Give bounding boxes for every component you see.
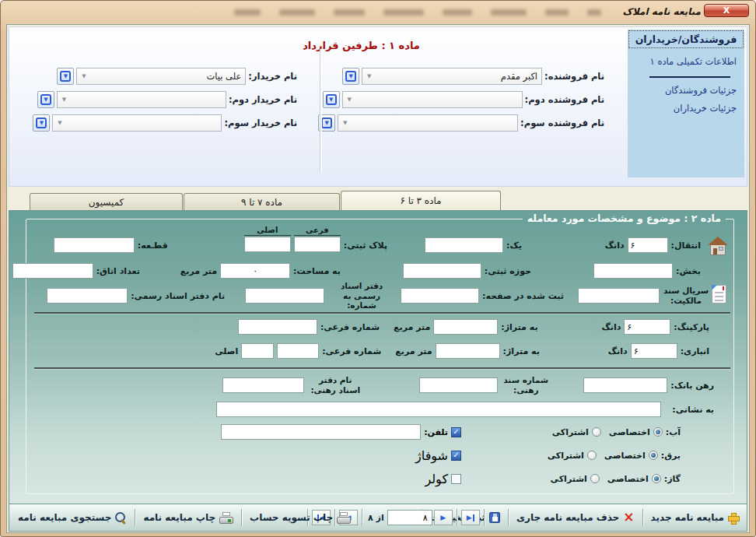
search-icon xyxy=(115,512,127,524)
plate-main-input[interactable] xyxy=(244,237,291,252)
rooms-input[interactable] xyxy=(12,263,93,279)
buyer1-combobox[interactable]: علی بیات xyxy=(76,68,246,85)
chevron-down-icon[interactable] xyxy=(343,92,356,107)
electricity-private-label: اختصاصی xyxy=(604,451,646,461)
seller2-combobox[interactable] xyxy=(342,91,523,108)
toolbar-separator xyxy=(508,509,509,526)
buyer1-lookup-button[interactable] xyxy=(57,68,74,85)
gas-shared-radio[interactable] xyxy=(590,474,600,483)
next-record-button[interactable]: ▶ xyxy=(434,510,453,525)
article1-panel: ماده ۱ : طرفین قرارداد نام فروشنده: اکبر… xyxy=(9,26,747,187)
print-search-actions: چاپ تسویه حساب چاپ مبایعه نامه جستجوی مب… xyxy=(12,504,356,531)
water-private-radio[interactable] xyxy=(653,427,663,437)
notary-name-input[interactable] xyxy=(47,288,128,304)
search-contract-label: جستجوی مبایعه نامه xyxy=(18,512,111,523)
section-input[interactable] xyxy=(593,263,673,279)
new-contract-button[interactable]: مبایعه نامه جدید xyxy=(646,510,744,525)
seller2-row: نام فروشنده دوم: xyxy=(323,91,604,108)
tab-articles-3-6[interactable]: ماده ۳ تا ۶ xyxy=(341,191,501,210)
mortgage-bank-input[interactable] xyxy=(583,377,667,393)
registered-page-input[interactable] xyxy=(401,288,479,304)
mortgage-doc-input[interactable] xyxy=(419,377,498,393)
dang-unit-label: دانگ xyxy=(602,322,621,332)
seller3-combobox[interactable] xyxy=(338,114,518,132)
electricity-private-radio[interactable] xyxy=(649,451,658,460)
toolbar-separator xyxy=(135,509,135,526)
tab-articles-7-9[interactable]: ماده ۷ تا ۹ xyxy=(184,193,340,210)
section-label: بخش: xyxy=(676,266,701,276)
buyer3-label: نام خریدار سوم: xyxy=(224,118,297,128)
buyer2-combobox[interactable] xyxy=(57,91,226,108)
delete-contract-button[interactable]: حذف مبایعه نامه جاری xyxy=(511,510,639,526)
storage-dang-input[interactable] xyxy=(631,343,677,359)
buyer3-combobox[interactable] xyxy=(52,114,222,132)
parking-dang-input[interactable] xyxy=(624,319,670,335)
sidebar-item-sellers-detail[interactable]: جزئیات فروشندگان xyxy=(628,78,744,96)
seller2-lookup-button[interactable] xyxy=(323,91,340,108)
chevron-down-icon[interactable] xyxy=(53,115,66,131)
sidebar-item-buyers-detail[interactable]: جزئیات خریداران xyxy=(628,96,744,114)
storage-subno-input[interactable] xyxy=(277,343,319,359)
water-shared-radio[interactable] xyxy=(592,427,601,437)
buyer1-label: نام خریدار: xyxy=(248,71,297,82)
phone-checkbox[interactable] xyxy=(451,427,461,437)
address-input[interactable] xyxy=(216,402,661,417)
one-input[interactable] xyxy=(425,237,503,253)
electricity-shared-radio[interactable] xyxy=(587,451,597,460)
mortgage-office-input[interactable] xyxy=(222,377,304,393)
printer-icon xyxy=(337,512,351,524)
district-input[interactable] xyxy=(403,263,481,279)
row-electricity: برق: اختصاصی اشتراکی xyxy=(548,447,681,464)
row-address: به نشانی: xyxy=(216,401,714,418)
notary-number-input[interactable] xyxy=(245,288,324,304)
chevron-down-icon[interactable] xyxy=(58,92,71,107)
parking-meterage-input[interactable] xyxy=(433,319,498,335)
plate-sub-input[interactable] xyxy=(294,237,341,252)
toolbar-separator xyxy=(484,509,485,526)
print-settlement-button[interactable]: چاپ تسویه حساب xyxy=(244,510,356,526)
electricity-label: برق: xyxy=(661,451,681,461)
article2-groupbox: ماده ۲ : موضوع و مشخصات مورد معامله انتق… xyxy=(26,219,734,494)
rooms-label: تعداد اتاق: xyxy=(96,266,140,276)
chevron-down-icon[interactable] xyxy=(77,68,90,84)
row-transfer: انتقال: دانگ یک: پلاک ثبتی: فرعی اصلی قط… xyxy=(54,237,701,254)
record-count-label: از ۸ xyxy=(368,513,384,523)
storage-mainno-input[interactable] xyxy=(241,343,274,359)
phone-label: تلفن: xyxy=(424,427,448,437)
last-record-button[interactable]: ▶ xyxy=(461,510,480,525)
area-input[interactable] xyxy=(220,263,290,279)
gas-private-radio[interactable] xyxy=(652,474,661,483)
seller1-value: اکبر مقدم xyxy=(376,71,541,82)
seller1-lookup-button[interactable] xyxy=(342,68,359,85)
printer-icon xyxy=(219,512,233,524)
heating-checkbox[interactable] xyxy=(451,451,461,461)
storage-meterage-input[interactable] xyxy=(436,343,500,359)
notary-name-label: نام دفتر اسناد رسمی: xyxy=(131,291,225,301)
close-button[interactable]: X xyxy=(704,4,749,17)
buyer3-lookup-button[interactable] xyxy=(33,114,50,132)
chevron-down-icon[interactable] xyxy=(362,68,376,84)
heating-label: شوفاژ xyxy=(415,448,448,463)
transfer-input[interactable] xyxy=(628,237,668,253)
toolbar-separator xyxy=(241,509,242,526)
cooler-label: کولر xyxy=(425,472,448,486)
sidebar-item-sellers-buyers[interactable]: فروشندگان/خریداران xyxy=(628,30,744,48)
seller1-combobox[interactable]: اکبر مقدم xyxy=(362,68,542,85)
current-record-input[interactable] xyxy=(387,510,432,525)
phone-input[interactable] xyxy=(221,424,421,440)
tab-strip: کمیسیون ماده ۷ تا ۹ ماده ۳ تا ۶ xyxy=(9,191,747,210)
deed-serial-input[interactable] xyxy=(578,288,660,304)
cooler-checkbox[interactable] xyxy=(451,474,461,484)
chevron-down-icon[interactable] xyxy=(338,115,352,131)
tab-commission[interactable]: کمیسیون xyxy=(30,193,183,210)
buyer2-lookup-button[interactable] xyxy=(37,91,54,108)
piece-input[interactable] xyxy=(54,237,135,253)
print-contract-button[interactable]: چاپ مبایعه نامه xyxy=(138,510,239,526)
search-contract-button[interactable]: جستجوی مبایعه نامه xyxy=(12,510,132,526)
mortgage-bank-label: رهن بانک: xyxy=(670,381,714,391)
gas-shared-label: اشتراکی xyxy=(551,474,587,484)
seller1-label: نام فروشنده: xyxy=(544,71,604,82)
plus-icon xyxy=(728,513,738,523)
sidebar-item-article1-info[interactable]: اطلاعات تکمیلی ماده ۱ xyxy=(628,49,744,67)
parking-subno-input[interactable] xyxy=(238,319,317,335)
